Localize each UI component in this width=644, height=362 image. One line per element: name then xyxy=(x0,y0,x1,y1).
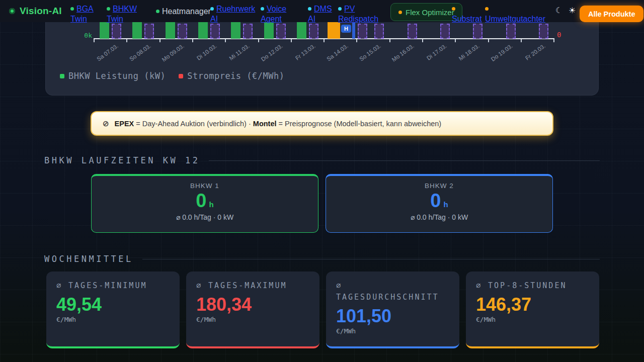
axis-tick xyxy=(356,39,357,42)
axis-tick xyxy=(521,39,522,42)
bar-bhkw-leistung xyxy=(198,21,208,39)
x-axis-label: Sa 07.03. xyxy=(86,43,119,69)
stat-card-unit: €/MWh xyxy=(476,316,589,323)
cyan-dot-icon xyxy=(338,7,342,11)
nav-item-pv-redispatch: PV Redispatch xyxy=(338,0,386,24)
nav-item-substrat: Substrat xyxy=(452,0,485,24)
stat-card-label: ⌀ TOP-8-STUNDEN xyxy=(476,280,589,292)
axis-tick xyxy=(553,39,554,42)
banner-term: Montel xyxy=(253,120,277,128)
bar-bhkw-leistung xyxy=(297,21,306,39)
green-dot-icon xyxy=(156,10,159,13)
bar-strompreis-prognose xyxy=(276,24,286,39)
stat-card--tagesdurchschnitt: ⌀ TAGESDURCHSCHNITT101,50€/MWh xyxy=(326,272,459,348)
brand-name: Vision-AI xyxy=(20,6,62,17)
x-axis-label: Sa 14.03. xyxy=(315,43,349,69)
sun-icon[interactable]: ☀ xyxy=(569,6,576,15)
cyan-dot-icon xyxy=(308,7,311,11)
no-entry-icon: ⊘ xyxy=(103,119,109,128)
runtime-card-value-row: 0h xyxy=(326,190,552,212)
stat-card-value: 146,37 xyxy=(476,295,589,315)
x-axis-label: Mi 11.03. xyxy=(217,43,251,69)
x-axis-label: So 08.03. xyxy=(118,43,152,69)
nav-link-pv-redispatch[interactable]: PV Redispatch xyxy=(338,5,378,23)
legend-item-strompreis-mwh-[interactable]: Strompreis (€/MWh) xyxy=(179,71,284,81)
banner-term: EPEX xyxy=(115,120,134,128)
axis-tick xyxy=(389,39,390,42)
stat-card-unit: €/MWh xyxy=(56,316,170,323)
stat-card--top-8-stunden: ⌀ TOP-8-STUNDEN146,37€/MWh xyxy=(466,272,599,348)
banner-text-segment: · xyxy=(247,120,253,128)
x-axis-label: Mi 18.03. xyxy=(447,43,480,69)
legend-label: BHKW Leistung (kW) xyxy=(68,71,166,81)
bar-strompreis-prognose xyxy=(374,24,384,39)
legend-item-bhkw-leistung-kw-[interactable]: BHKW Leistung (kW) xyxy=(60,71,166,81)
axis-tick xyxy=(225,39,226,42)
bar-strompreis-prognose xyxy=(178,24,187,39)
cyan-dot-icon xyxy=(261,7,264,11)
axis-tick xyxy=(258,39,259,42)
runtime-hours-value: 0 xyxy=(430,190,441,211)
all-products-button[interactable]: Alle Produkte xyxy=(580,6,643,22)
stat-card-value: 180,34 xyxy=(196,295,309,315)
nav-link-umweltgutachter[interactable]: Umweltgutachter xyxy=(485,15,545,23)
runtime-card-subtext: ⌀ 0.0 h/Tag · 0 kW xyxy=(92,213,318,221)
runtime-card-title: BHKW 1 xyxy=(92,182,318,190)
weekly-stat-cards: ⌀ TAGES-MINIMUM49,54€/MWh⌀ TAGES-MAXIMUM… xyxy=(46,272,599,348)
axis-tick xyxy=(94,39,95,42)
x-axis-label: Di 17.03. xyxy=(414,43,448,69)
stat-card-value: 49,54 xyxy=(56,295,170,315)
axis-tick xyxy=(455,39,456,42)
green-dot-icon xyxy=(70,7,74,11)
epex-info-banner: ⊘ EPEX = Day-Ahead Auktion (verbindlich)… xyxy=(91,111,553,136)
nav-item-bhkw-twin: BHKW Twin xyxy=(107,0,144,24)
bar-strompreis-prognose xyxy=(440,24,450,39)
stat-card--tages-maximum: ⌀ TAGES-MAXIMUM180,34€/MWh xyxy=(186,272,319,348)
nav-link-bhkw-twin[interactable]: BHKW Twin xyxy=(107,5,137,23)
nav-link-bga-twin[interactable]: BGA Twin xyxy=(70,5,94,23)
banner-text: EPEX = Day-Ahead Auktion (verbindlich) ·… xyxy=(115,120,442,128)
moon-icon[interactable]: ☾ xyxy=(555,6,562,15)
today-badge: H xyxy=(341,25,351,33)
runtime-card-value-row: 0h xyxy=(92,190,318,212)
bar-strompreis-prognose xyxy=(408,24,417,39)
bar-strompreis-prognose xyxy=(309,24,318,39)
nav-link-ruehrwerk-ai[interactable]: Ruehrwerk AI xyxy=(210,5,255,23)
bar-strompreis-prognose xyxy=(144,24,154,39)
nav-button-label: Flex Optimizer xyxy=(406,8,454,17)
nav-item-dms-ai: DMS AI xyxy=(308,0,336,24)
runtime-card-subtext: ⌀ 0.0 h/Tag · 0 kW xyxy=(326,213,552,221)
nav-link-dms-ai[interactable]: DMS AI xyxy=(308,5,332,23)
nav-item-heatmanager: Heatmanager xyxy=(156,0,211,17)
x-axis-label: So 15.03. xyxy=(349,43,382,69)
x-axis-label: Di 10.03. xyxy=(184,43,218,69)
y-axis-right-tick: 0 xyxy=(557,31,561,39)
axis-tick xyxy=(126,39,127,42)
orange-dot-icon xyxy=(452,7,455,11)
orange-dot-icon xyxy=(398,11,402,14)
bar-strompreis-prognose xyxy=(210,24,220,39)
cyan-dot-icon xyxy=(210,7,214,11)
bar-strompreis-prognose xyxy=(243,24,253,39)
stat-card-unit: €/MWh xyxy=(336,327,449,335)
top-nav: Vision-AI ☾ ☀ Alle Produkte BGA TwinBHKW… xyxy=(0,0,644,22)
nav-link-substrat[interactable]: Substrat xyxy=(452,15,482,23)
nav-item-voice-agent: Voice Agent xyxy=(261,0,293,24)
x-axis-label: Mo 16.03. xyxy=(381,43,415,69)
brand-dot-icon xyxy=(9,8,15,14)
x-axis-label: Do 12.03. xyxy=(250,43,284,69)
banner-text-segment: = Preisprognose (Modell-basiert, kann ab… xyxy=(277,120,442,128)
bar-strompreis-prognose xyxy=(473,24,482,39)
section-weekly-title: WOCHENMITTEL xyxy=(44,254,133,264)
axis-tick xyxy=(192,39,193,42)
runtime-card-bhkw-1: BHKW 10h⌀ 0.0 h/Tag · 0 kW xyxy=(91,174,318,233)
section-runtimes: BHKW LAUFZEITEN KW 12 xyxy=(44,154,600,166)
nav-item-bga-twin: BGA Twin xyxy=(70,0,100,24)
brand[interactable]: Vision-AI xyxy=(9,0,62,22)
runtime-hours-value: 0 xyxy=(196,190,206,211)
legend-swatch-icon xyxy=(60,74,64,78)
axis-tick xyxy=(291,39,292,42)
x-axis-label: Fr 20.03. xyxy=(513,43,546,69)
runtime-hours-unit: h xyxy=(209,200,213,209)
nav-link-voice-agent[interactable]: Voice Agent xyxy=(261,5,286,23)
